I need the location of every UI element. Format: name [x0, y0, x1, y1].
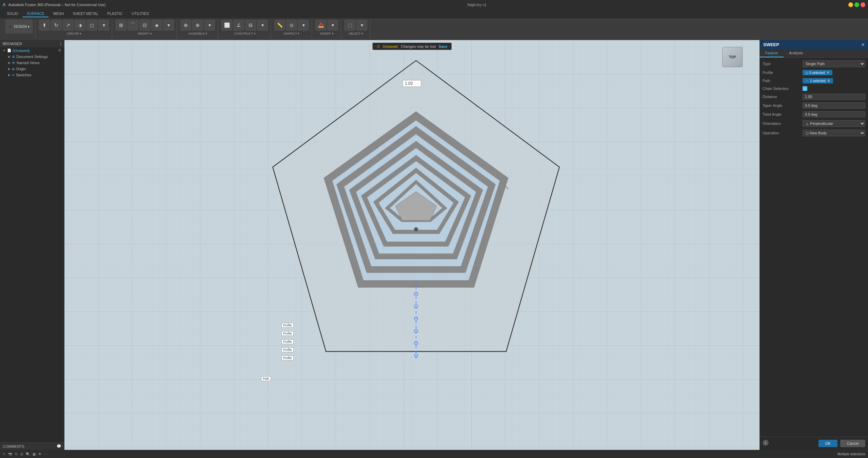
sweep-collapse-icon[interactable]: ✕ — [861, 42, 865, 47]
browser-item-label: Origin — [16, 67, 26, 71]
tab-surface[interactable]: SURFACE — [23, 11, 48, 17]
inspect-more-btn[interactable]: ▾ — [298, 20, 309, 31]
create-loft-btn[interactable]: ⬗ — [75, 20, 85, 31]
gear-icon: ⚙ — [12, 55, 15, 59]
tab-sheet-metal[interactable]: SHEET METAL — [69, 11, 102, 17]
view-cube[interactable]: TOP — [722, 47, 749, 74]
orientation-select[interactable]: ⊥ Perpendicular ∥ Parallel — [803, 120, 865, 127]
browser-item-namedviews[interactable]: ▶ 👁 Named Views — [0, 60, 64, 66]
operation-select[interactable]: ◻ New Body Join Cut Intersect New Compon… — [803, 130, 865, 136]
profile-label-4: Profile — [281, 347, 294, 352]
modify-btn2[interactable]: ⌒ — [127, 20, 138, 31]
save-button[interactable]: Save — [439, 44, 448, 49]
browser-item-sketches[interactable]: ▶ ✏ Sketches — [0, 72, 64, 78]
minimize-button[interactable] — [848, 2, 853, 7]
profile-count: 5 selected — [809, 71, 825, 75]
orbit-icon[interactable]: ↻ — [15, 452, 18, 456]
tab-plastic[interactable]: PLASTIC — [103, 11, 127, 17]
ribbon-group-modify: ⊞ ⌒ ⊡ ◈ ▾ MODIFY ▾ — [113, 20, 177, 39]
dim-value[interactable]: 1.02 — [405, 81, 413, 86]
browser-item-origin[interactable]: ▶ ⊕ Origin — [0, 66, 64, 72]
notification-bar: ⚠ Unsaved: Changes may be lost Save — [373, 43, 452, 50]
camera-icon[interactable]: 📷 — [8, 452, 12, 456]
tab-solid[interactable]: SOLID — [3, 11, 22, 17]
tab-mesh[interactable]: MESH — [49, 11, 68, 17]
construct-btn1[interactable]: ⬜ — [221, 20, 232, 31]
inspect-btn2[interactable]: ⊙ — [286, 20, 297, 31]
select-buttons: ⬚ ▾ — [344, 20, 367, 31]
ok-button[interactable]: OK — [818, 440, 837, 447]
profile-badge[interactable]: ◻ 5 selected ✕ — [803, 70, 832, 75]
maximize-button[interactable] — [854, 2, 859, 7]
sweep-tab-analysis[interactable]: Analysis — [784, 49, 808, 57]
modify-btn3[interactable]: ⊡ — [139, 20, 150, 31]
ribbon-group-assemble: ⊕ ⊗ ▾ ASSEMBLE ▾ — [178, 20, 218, 39]
modify-btn4[interactable]: ◈ — [151, 20, 162, 31]
select-more-btn[interactable]: ▾ — [356, 20, 367, 31]
type-label: Type — [763, 62, 800, 66]
inspect-buttons: 📏 ⊙ ▾ — [274, 20, 309, 31]
view-cube-face[interactable]: TOP — [722, 47, 743, 67]
inspect-btn1[interactable]: 📏 — [274, 20, 285, 31]
create-extrude-btn[interactable]: ⬆ — [39, 20, 50, 31]
path-clear-button[interactable]: ✕ — [827, 79, 830, 83]
status-text: Multiple selections — [837, 452, 865, 456]
chain-selection-checkbox[interactable]: ✓ — [803, 86, 807, 91]
assemble-more-btn[interactable]: ▾ — [204, 20, 215, 31]
path-count: 1 selected — [810, 79, 826, 83]
browser-header: BROWSER ⟨ — [0, 40, 64, 47]
options-icon[interactable]: ⚙ — [58, 48, 61, 53]
profile-label-1: Profile — [281, 323, 294, 328]
insert-btn1[interactable]: 📥 — [315, 20, 326, 31]
canvas-area[interactable]: ↖ ⚠ Unsaved: Changes may be lost Save 1.… — [64, 40, 760, 450]
cancel-button[interactable]: Cancel — [840, 440, 865, 447]
browser-toggle-icon[interactable]: ⟨ — [60, 41, 61, 46]
insert-more-btn[interactable]: ▾ — [327, 20, 338, 31]
taper-angle-input[interactable] — [803, 102, 865, 109]
distance-input[interactable] — [803, 94, 865, 100]
expand-arrow: ▼ — [3, 49, 6, 52]
assemble-btn2[interactable]: ⊗ — [192, 20, 203, 31]
orientation-label: Orientation — [763, 121, 800, 126]
create-patch-btn[interactable]: ◻ — [86, 20, 97, 31]
modify-more-btn[interactable]: ▾ — [163, 20, 174, 31]
browser-item-unsaved[interactable]: ▼ 📄 (Unsaved) ⚙ — [0, 47, 64, 54]
display-mode-icon[interactable]: ▦ — [33, 452, 36, 456]
chain-selection-label: Chain Selection — [763, 87, 800, 91]
create-revolve-btn[interactable]: ↻ — [51, 20, 62, 31]
visibility-icon[interactable]: 👁 — [38, 452, 42, 456]
construct-more-btn[interactable]: ▾ — [257, 20, 268, 31]
profile-icon: ◻ — [805, 71, 808, 75]
close-button[interactable] — [861, 2, 865, 7]
create-more-btn[interactable]: ▾ — [98, 20, 109, 31]
sweep-tab-feature[interactable]: Feature — [760, 49, 784, 57]
more-tools-icon[interactable]: ⋯ — [44, 452, 48, 456]
center-dot — [414, 227, 418, 231]
construct-btn3[interactable]: ⊟ — [245, 20, 256, 31]
window-controls[interactable] — [848, 2, 865, 7]
view-icon: 👁 — [12, 61, 15, 65]
create-sweep-btn[interactable]: ↗ — [63, 20, 74, 31]
sweep-tabs: Feature Analysis — [760, 49, 868, 58]
file-title: fidgit-toy v1 — [468, 3, 487, 7]
design-dropdown[interactable]: ⬛ DESIGN ▾ — [5, 20, 33, 33]
dimension-input[interactable]: 1.02 ⋮ — [402, 80, 421, 87]
profile-row: Profile ◻ 5 selected ✕ — [763, 70, 865, 75]
dim-more-icon[interactable]: ⋮ — [415, 81, 419, 85]
info-button[interactable]: ℹ — [763, 440, 769, 446]
distance-label: Distance — [763, 95, 800, 99]
fit-icon[interactable]: ⊡ — [20, 452, 23, 456]
profile-clear-button[interactable]: ✕ — [826, 71, 830, 75]
type-select[interactable]: Single Path Path + Guide Rail Path + Gui… — [803, 60, 865, 67]
modify-btn1[interactable]: ⊞ — [116, 20, 126, 31]
browser-item-docsettings[interactable]: ▶ ⚙ Document Settings — [0, 54, 64, 60]
twist-angle-input[interactable] — [803, 111, 865, 117]
construct-btn2[interactable]: ∠ — [233, 20, 244, 31]
zoom-icon[interactable]: 🔍 — [26, 452, 30, 456]
profile-label-3: Profile — [281, 339, 294, 344]
path-badge[interactable]: ⟋ 1 selected ✕ — [803, 78, 833, 83]
cursor-icon[interactable]: ↖ — [3, 452, 5, 456]
assemble-btn1[interactable]: ⊕ — [180, 20, 191, 31]
tab-utilities[interactable]: UTILITIES — [127, 11, 153, 17]
select-btn1[interactable]: ⬚ — [344, 20, 355, 31]
